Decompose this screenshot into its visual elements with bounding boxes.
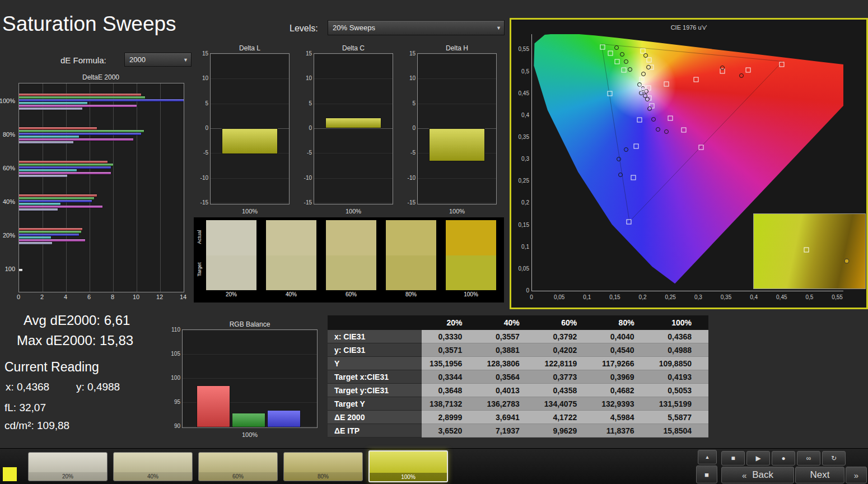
bar [19,138,133,141]
cell: 0,3773 [536,370,594,384]
cell: 0,4988 [651,343,708,357]
cell: 0,3564 [479,370,536,384]
sweep-button-20%[interactable]: 20% [28,452,108,481]
x-tick-label: 0,15 [608,294,622,300]
gridline [90,83,90,292]
measurement-marker [614,45,619,50]
record-button[interactable]: ● [772,451,795,466]
y-tick-label: 100% [0,97,15,104]
current-fl-value: fL: 32,07 [4,402,46,414]
stop-button[interactable]: ■ [721,451,745,466]
delta-bar [325,118,382,128]
x-tick-label: 0,2 [636,294,650,300]
x-axis-label: 100% [183,431,317,438]
inset-target-marker [804,247,809,252]
gridline [418,178,496,179]
delta-bar [429,128,486,161]
x-tick-label: 0,55 [830,294,844,300]
next-button[interactable]: Next [795,467,844,483]
row-label: ΔE ITP [328,424,422,438]
loop-icon: ∞ [806,454,811,462]
x-tick-label: 0,05 [552,294,567,300]
chevron-down-icon: ▼ [183,57,188,63]
loop-button[interactable]: ∞ [797,451,820,466]
x-tick-label: 0,35 [719,294,734,300]
de-formula-label: dE Formula: [60,55,106,65]
bar [19,133,141,135]
levels-dropdown[interactable]: 20% Sweeps ▼ [328,20,505,35]
bar [19,172,111,174]
cell: 109,8850 [651,357,708,370]
back-button[interactable]: « Back [721,467,794,483]
measurement-marker [645,97,650,101]
x-tick-label: 10 [132,294,141,300]
sweep-button-40%[interactable]: 40% [113,452,193,481]
sweep-button-label: 20% [29,472,107,481]
chevrons-left-icon: « [742,471,746,480]
bar [19,108,82,110]
caret-up-icon: ▲ [705,454,710,460]
gridline [418,203,496,203]
chart-title: Delta H [418,44,496,52]
bar [19,234,79,236]
sweep-button-label: 60% [199,472,277,481]
swatch-column-40% [266,220,316,290]
y-tick-label: -15 [299,199,312,206]
cell: 0,4368 [651,330,708,343]
bar [19,200,92,202]
deltae-ylabels: 100%80%60%40%20%100 [0,83,17,291]
bar [19,127,97,129]
sweep-button-100%[interactable]: 100% [368,450,448,482]
y-tick-label: 80% [3,131,15,138]
measurement-marker [618,173,623,177]
y-tick-label: 100 [5,266,15,272]
target-marker [639,77,644,82]
stop-icon: ■ [731,454,735,462]
cie-chart-panel[interactable]: CIE 1976 u'v' 00,050,10,150,20,250,30,35… [510,18,868,309]
y-tick-label: 10 [195,75,208,81]
bar [19,169,77,171]
target-marker [621,68,626,73]
bar [19,269,22,271]
y-tick-label: 5 [299,100,312,106]
x-tick-label: 0,5 [802,294,816,300]
y-tick-label: 0,5 [515,68,529,75]
delta-c-chart: Delta C 100% 151050-5-10-15 [314,53,393,204]
cell: 0,3344 [422,370,479,384]
y-tick-label: 15 [403,50,416,57]
cell: 0,3881 [479,343,536,357]
y-tick-label: 0,3 [515,156,529,162]
measurement-marker [617,157,621,161]
bar [19,175,67,177]
target-swatch [386,255,436,291]
collapse-panel-button[interactable]: ▲ [698,450,717,464]
red-bar [197,385,230,427]
bar [19,236,51,239]
de-formula-value: 2000 [129,55,146,64]
column-header: 80% [594,315,651,330]
refresh-button[interactable]: ↻ [822,451,846,466]
play-button[interactable]: ▶ [746,451,770,466]
cell: 128,3806 [479,357,536,370]
bar [19,136,79,138]
delta-h-chart: Delta H 100% 151050-5-10-15 [417,53,497,204]
y-tick-label: 60% [3,165,15,171]
gridline [211,54,289,54]
bar [19,166,111,169]
cell: 135,1956 [422,357,479,370]
fast-forward-button[interactable]: » [846,467,867,483]
bar [19,130,144,132]
row-label: Y [328,357,422,370]
green-bar [232,413,265,427]
cell: 0,3571 [422,343,479,357]
display-mode-button[interactable]: ■ [696,466,717,483]
sweep-button-80%[interactable]: 80% [283,452,363,481]
cell: 5,5877 [651,411,708,424]
gridline [43,83,43,292]
cell: 0,3557 [479,330,536,343]
y-tick-label: 20% [3,232,15,239]
table-row: Y135,1956128,3806122,8119117,9266109,885… [328,357,708,370]
gridline [418,104,496,104]
sweep-button-60%[interactable]: 60% [198,452,278,481]
de-formula-dropdown[interactable]: 2000 ▼ [124,53,192,67]
